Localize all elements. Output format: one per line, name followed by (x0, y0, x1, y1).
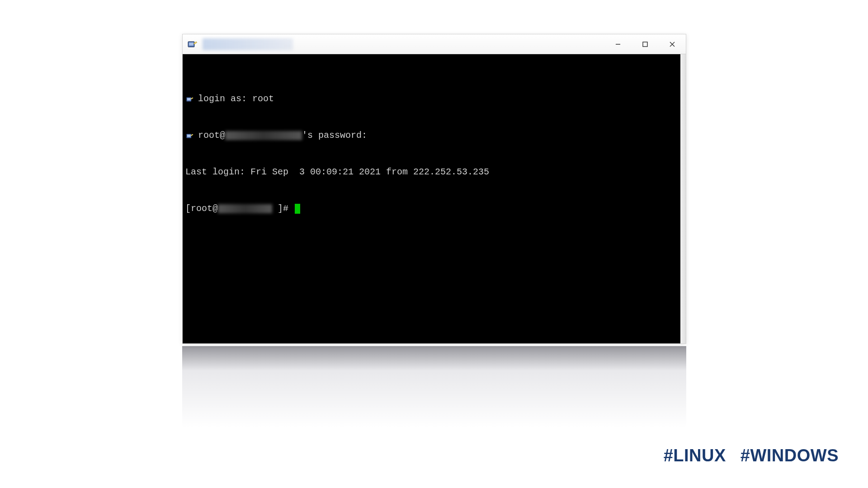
svg-rect-3 (643, 42, 647, 47)
scrollbar[interactable] (680, 54, 686, 343)
hashtag-windows: #WINDOWS (741, 446, 839, 465)
password-prompt: 's password: (302, 130, 367, 141)
minimize-button[interactable] (604, 34, 632, 54)
svg-rect-1 (189, 42, 193, 46)
blurred-host (218, 204, 272, 213)
putty-icon (187, 39, 198, 50)
maximize-button[interactable] (632, 34, 659, 54)
hashtag-linux: #LINUX (664, 446, 726, 465)
terminal-cursor (295, 204, 300, 214)
login-prompt: login as: (198, 94, 252, 104)
window-controls (604, 34, 686, 54)
password-user: root@ (198, 130, 225, 141)
hashtag-row: #LINUX #WINDOWS (664, 446, 839, 465)
last-login-line: Last login: Fri Sep 3 00:09:21 2021 from… (185, 166, 683, 178)
putty-window: login as: root root@'s password: Last lo… (182, 34, 686, 344)
window-title-blurred (203, 38, 293, 50)
putty-line-icon (185, 131, 195, 140)
svg-rect-9 (187, 135, 191, 137)
login-user: root (252, 94, 274, 104)
putty-line-icon (185, 95, 195, 103)
close-button[interactable] (659, 34, 686, 54)
window-reflection (182, 346, 686, 427)
shell-prompt-prefix: [root@ (185, 203, 218, 214)
svg-rect-7 (187, 98, 191, 100)
blurred-host (225, 131, 302, 140)
terminal-output[interactable]: login as: root root@'s password: Last lo… (183, 54, 686, 343)
shell-prompt-suffix: ]# (272, 203, 294, 214)
window-titlebar[interactable] (183, 34, 686, 54)
